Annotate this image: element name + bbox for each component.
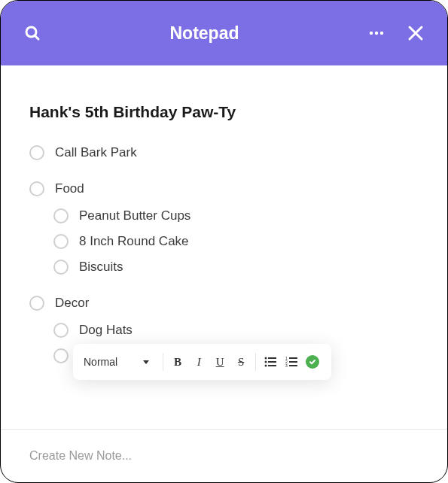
divider <box>163 353 163 371</box>
numbered-list-button[interactable]: 123 <box>283 353 300 371</box>
app-title: Notepad <box>170 23 239 44</box>
style-dropdown-label: Normal <box>84 356 117 368</box>
svg-point-7 <box>265 357 267 360</box>
checkbox[interactable] <box>29 181 44 196</box>
checkbox[interactable] <box>29 145 44 160</box>
list-item: Dog Hats <box>53 323 419 338</box>
svg-point-3 <box>375 32 378 35</box>
list-item: Biscuits <box>53 260 419 275</box>
item-label[interactable]: 8 Inch Round Cake <box>79 234 189 249</box>
svg-rect-12 <box>268 365 276 366</box>
item-label[interactable]: Biscuits <box>79 260 123 275</box>
note-title[interactable]: Hank's 5th Birthday Paw-Ty <box>29 103 419 121</box>
close-icon[interactable] <box>405 23 426 44</box>
style-dropdown[interactable]: Normal <box>84 356 157 368</box>
list-item: Call Bark Park <box>29 145 419 160</box>
app-header: Notepad <box>1 1 447 65</box>
svg-rect-10 <box>268 361 276 363</box>
svg-rect-8 <box>268 357 276 359</box>
list-item: Food Peanut Butter Cups 8 Inch Round Cak… <box>29 181 419 275</box>
checkbox[interactable] <box>53 208 69 223</box>
svg-point-2 <box>370 32 373 35</box>
search-icon[interactable] <box>22 23 43 44</box>
check-circle-icon <box>306 355 319 369</box>
item-label[interactable]: Peanut Butter Cups <box>79 208 190 223</box>
list-item: 8 Inch Round Cake <box>53 234 419 249</box>
checkbox[interactable] <box>53 348 69 363</box>
apply-button[interactable] <box>304 353 321 371</box>
svg-point-9 <box>265 361 267 363</box>
italic-button[interactable]: I <box>190 353 207 371</box>
footer <box>1 429 447 482</box>
app-window: Notepad Hank's 5th Birthday Paw-Ty Call … <box>0 0 448 483</box>
note-content: Hank's 5th Birthday Paw-Ty Call Bark Par… <box>1 65 447 429</box>
new-note-input[interactable] <box>29 449 419 463</box>
svg-text:3: 3 <box>285 363 288 367</box>
item-label[interactable]: Call Bark Park <box>55 145 137 160</box>
strikethrough-button[interactable]: S <box>233 353 249 371</box>
item-label[interactable]: Dog Hats <box>79 323 133 338</box>
checkbox[interactable] <box>53 260 69 275</box>
chevron-down-icon <box>143 360 149 364</box>
checkbox[interactable] <box>53 234 69 249</box>
checkbox[interactable] <box>53 323 69 338</box>
checkbox[interactable] <box>29 296 44 311</box>
svg-point-4 <box>380 32 383 35</box>
bold-button[interactable]: B <box>169 353 186 371</box>
list-item: Peanut Butter Cups <box>53 208 419 223</box>
divider <box>255 353 256 371</box>
svg-rect-16 <box>289 361 297 363</box>
bullet-list-button[interactable] <box>262 353 279 371</box>
checklist: Call Bark Park Food Peanut Butter Cups <box>29 145 419 363</box>
sub-list: Peanut Butter Cups 8 Inch Round Cake Bis… <box>29 208 419 275</box>
more-icon[interactable] <box>366 23 387 44</box>
svg-rect-18 <box>289 365 297 366</box>
item-label[interactable]: Food <box>55 181 84 196</box>
svg-line-1 <box>35 35 38 39</box>
svg-rect-14 <box>289 357 297 359</box>
svg-point-11 <box>265 365 267 367</box>
item-label[interactable]: Decor <box>55 296 89 311</box>
formatting-toolbar: Normal B I U S 123 <box>73 344 331 380</box>
underline-button[interactable]: U <box>212 353 228 371</box>
